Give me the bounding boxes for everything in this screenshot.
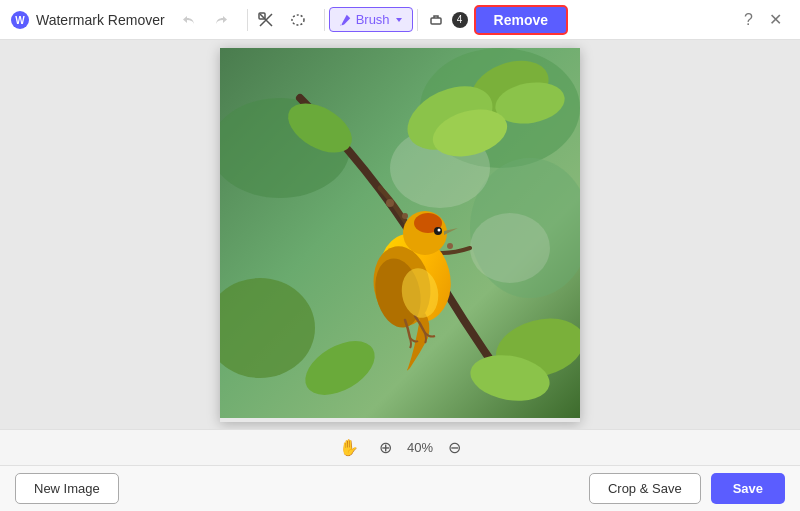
remove-group: 4 Remove [450,5,568,35]
crop-save-button[interactable]: Crop & Save [589,473,701,504]
brush-tool-button[interactable]: Brush [329,7,413,32]
new-image-button[interactable]: New Image [15,473,119,504]
zoom-bar: ✋ ⊕ 40% ⊖ [0,429,800,465]
svg-point-29 [438,228,441,231]
close-button[interactable]: ✕ [761,6,790,33]
undo-button[interactable] [175,8,203,32]
right-actions: Crop & Save Save [589,473,785,504]
svg-point-12 [386,199,394,207]
titlebar: W Watermark Remover [0,0,800,40]
svg-point-16 [447,243,453,249]
svg-rect-4 [431,18,441,24]
svg-point-11 [470,213,550,283]
hand-tool-button[interactable]: ✋ [334,436,364,459]
remove-button[interactable]: Remove [474,5,568,35]
tools-group [252,8,312,32]
zoom-in-icon: ⊕ [379,439,392,456]
zoom-in-button[interactable]: ⊕ [374,436,397,459]
app-logo: W [10,10,30,30]
divider-3 [417,9,418,31]
zoom-out-icon: ⊖ [448,439,461,456]
app-title: Watermark Remover [36,12,165,28]
zoom-out-button[interactable]: ⊖ [443,436,466,459]
nav-group [175,8,235,32]
divider-2 [324,9,325,31]
svg-point-13 [402,213,408,219]
notification-badge: 4 [452,12,468,28]
hand-icon: ✋ [339,439,359,456]
brush-label: Brush [356,12,390,27]
image-container [220,48,580,422]
svg-text:W: W [15,15,25,26]
star-tool-button[interactable] [252,8,280,32]
help-button[interactable]: ? [736,7,761,33]
action-bar: New Image Crop & Save Save [0,465,800,511]
canvas-area [0,40,800,429]
eraser-tool-button[interactable] [422,8,450,32]
brush-dropdown-icon [394,15,404,25]
svg-point-3 [292,15,304,25]
zoom-level: 40% [407,440,433,455]
redo-button[interactable] [207,8,235,32]
divider-1 [247,9,248,31]
main-image [220,48,580,418]
lasso-tool-button[interactable] [284,8,312,32]
save-button[interactable]: Save [711,473,785,504]
